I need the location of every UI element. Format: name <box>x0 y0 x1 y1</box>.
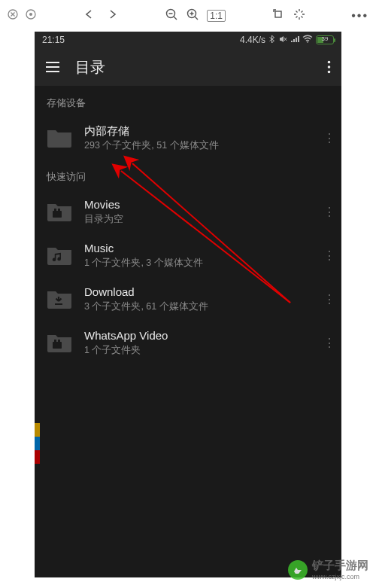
status-net-speed: 4.4K/s <box>240 35 265 45</box>
list-item[interactable]: Music1 个子文件夹, 3 个媒体文件⋮ <box>35 233 341 277</box>
section-header: 快速访问 <box>35 160 341 190</box>
item-kebab-icon[interactable]: ⋮ <box>322 336 337 350</box>
browser-toolbar: 1:1 ••• <box>0 0 376 32</box>
music-folder-icon <box>45 242 74 268</box>
stop-icon[interactable] <box>26 9 36 23</box>
bluetooth-icon <box>268 35 275 46</box>
actual-size-icon[interactable]: 1:1 <box>207 10 226 22</box>
watermark-url: www.czjxjc.com <box>312 573 368 580</box>
rotate-icon[interactable] <box>271 8 285 24</box>
item-text: Music1 个子文件夹, 3 个媒体文件 <box>84 241 311 270</box>
phone-screen: 21:15 4.4K/s 39 目录 存储设备内部存储293 个子文件夹, 51… <box>35 32 341 577</box>
svg-point-6 <box>307 41 308 43</box>
content-list: 存储设备内部存储293 个子文件夹, 51 个媒体文件⋮快速访问Movies目录… <box>35 86 341 364</box>
svg-rect-13 <box>53 342 62 349</box>
item-kebab-icon[interactable]: ⋮ <box>322 248 337 263</box>
edge-color-strip <box>35 423 40 464</box>
battery-icon: 39 <box>316 35 334 44</box>
item-subtitle: 1 个子文件夹, 3 个媒体文件 <box>84 257 311 270</box>
svg-rect-10 <box>53 211 62 218</box>
item-title: Music <box>84 241 311 256</box>
watermark: 铲子手游网 www.czjxjc.com <box>288 559 368 580</box>
list-item[interactable]: Download3 个子文件夹, 61 个媒体文件⋮ <box>35 277 341 321</box>
video-folder-icon <box>45 330 74 355</box>
signal-icon <box>290 35 299 45</box>
download-folder-icon <box>45 286 74 312</box>
item-subtitle: 3 个子文件夹, 61 个媒体文件 <box>84 300 311 314</box>
item-text: 内部存储293 个子文件夹, 51 个媒体文件 <box>84 123 311 152</box>
svg-rect-12 <box>58 209 60 211</box>
status-bar: 21:15 4.4K/s 39 <box>35 32 341 48</box>
app-bar: 目录 <box>35 48 341 86</box>
back-icon[interactable] <box>82 8 97 23</box>
item-title: Download <box>84 285 311 300</box>
svg-point-2 <box>29 13 32 16</box>
kebab-icon[interactable] <box>327 60 331 74</box>
item-title: WhatsApp Video <box>84 328 311 343</box>
item-title: 内部存储 <box>84 123 311 139</box>
svg-rect-14 <box>54 340 56 342</box>
svg-point-9 <box>328 71 331 74</box>
list-item[interactable]: WhatsApp Video1 个子文件夹⋮ <box>35 321 341 364</box>
item-text: Download3 个子文件夹, 61 个媒体文件 <box>84 285 311 313</box>
item-subtitle: 目录为空 <box>84 213 311 227</box>
list-item[interactable]: Movies目录为空⋮ <box>35 190 341 233</box>
item-title: Movies <box>84 197 311 212</box>
item-text: Movies目录为空 <box>84 197 311 226</box>
item-text: WhatsApp Video1 个子文件夹 <box>84 328 311 357</box>
item-subtitle: 1 个子文件夹 <box>84 344 311 358</box>
watermark-logo-icon <box>288 560 308 580</box>
zoom-in-icon[interactable] <box>186 8 199 24</box>
watermark-text: 铲子手游网 <box>312 559 368 573</box>
zoom-out-icon[interactable] <box>165 8 178 24</box>
svg-rect-5 <box>275 11 281 17</box>
svg-rect-11 <box>54 209 56 211</box>
video-folder-icon <box>45 199 74 224</box>
hamburger-icon[interactable] <box>45 61 60 73</box>
svg-rect-15 <box>58 340 60 342</box>
mute-icon <box>278 35 287 46</box>
list-item[interactable]: 内部存储293 个子文件夹, 51 个媒体文件⋮ <box>35 116 341 160</box>
status-time: 21:15 <box>42 35 65 45</box>
wand-icon[interactable] <box>293 8 306 24</box>
item-subtitle: 293 个子文件夹, 51 个媒体文件 <box>84 139 311 153</box>
svg-point-8 <box>328 66 331 69</box>
wifi-icon <box>302 35 313 45</box>
close-icon[interactable] <box>8 9 18 23</box>
svg-point-7 <box>328 61 331 64</box>
folder-icon <box>45 125 74 151</box>
forward-icon[interactable] <box>105 8 120 23</box>
item-kebab-icon[interactable]: ⋮ <box>322 131 337 145</box>
item-kebab-icon[interactable]: ⋮ <box>322 292 337 306</box>
item-kebab-icon[interactable]: ⋮ <box>322 205 337 219</box>
more-icon[interactable]: ••• <box>351 9 368 23</box>
app-title: 目录 <box>75 57 105 78</box>
section-header: 存储设备 <box>35 86 341 116</box>
